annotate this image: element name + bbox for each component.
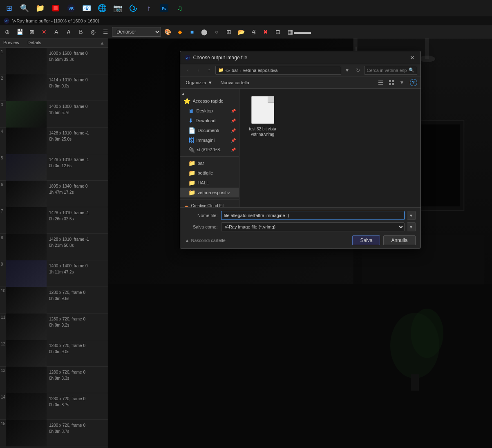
dialog-footer: Nome file: ▼ Salva come: V-Ray image fil… xyxy=(180,207,420,249)
sidebar-item-vetrina[interactable]: 📁 vetrina espositiv xyxy=(180,188,239,197)
toolbar-stamp-icon[interactable]: 🖨 xyxy=(248,26,259,38)
dialog-close-button[interactable]: ✕ xyxy=(408,54,416,62)
toolbar-circle-light[interactable]: ○ xyxy=(211,26,222,38)
render-item[interactable]: 1 1600 x 1600, frame 0 0h 59m 39.3s xyxy=(0,48,108,74)
sidebar-item-accesso-rapido[interactable]: ⭐ Accesso rapido xyxy=(180,96,239,106)
render-item[interactable]: 5 1428 x 1010, frame -1 0h 3m 12.6s xyxy=(0,154,108,181)
render-item[interactable]: 13 1280 x 720, frame 0 0h 0m 3.3s xyxy=(0,367,108,393)
filename-dropdown-button[interactable]: ▼ xyxy=(407,211,416,220)
cancel-button[interactable]: Annulla xyxy=(383,235,415,245)
view-dropdown-button[interactable]: ▼ xyxy=(398,78,407,87)
file-explorer-icon[interactable]: 📁 xyxy=(33,1,47,16)
save-button[interactable]: Salva xyxy=(352,235,380,245)
immagini-icon: 🖼 xyxy=(188,137,194,143)
hide-folders-button[interactable]: ▲ Nascondi cartelle xyxy=(185,238,226,243)
toolbar-close-icon[interactable]: ✖ xyxy=(260,26,271,38)
download-folder-icon: ⬇ xyxy=(188,117,193,124)
toolbar-icon-3[interactable]: ⊠ xyxy=(26,26,38,38)
render-info: 1428 x 1010, frame -1 0h 21m 50.8s xyxy=(47,234,92,260)
render-item[interactable]: 4 1428 x 1010, frame -1 0h 0m 25.0s xyxy=(0,128,108,154)
toolbar-bar-icon[interactable]: ▬▬▬ xyxy=(297,26,308,38)
nuova-cartella-button[interactable]: Nuova cartella xyxy=(218,79,252,86)
render-item[interactable]: 11 1280 x 720, frame 0 0h 0m 9.2s xyxy=(0,314,108,340)
toolbar-export-icon[interactable]: ⊞ xyxy=(223,26,235,38)
toolbar-icon-5[interactable]: A xyxy=(51,26,62,38)
help-button[interactable]: ? xyxy=(410,79,417,86)
nav-back-button[interactable]: ‹ xyxy=(183,66,192,75)
render-item[interactable]: 10 1280 x 720, frame 0 0h 0m 9.6s xyxy=(0,287,108,314)
file-item-vrimg[interactable]: test 32 bit vista vetrina.vrimg xyxy=(244,94,281,139)
render-number: 6 xyxy=(0,181,6,207)
render-info: 1280 x 720, frame 0 0h 0m 9.2s xyxy=(47,314,88,340)
sidebar-item-immagini[interactable]: 🖼 Immagini 📌 xyxy=(180,135,239,145)
arrow-up-icon[interactable]: ↑ xyxy=(141,1,156,16)
render-item[interactable]: 9 1400 x 1400, frame 0 1h 11m 47.2s xyxy=(0,260,108,287)
toolbar-folder-icon[interactable]: 📂 xyxy=(235,26,247,38)
denoiser-select[interactable]: Denoiser xyxy=(112,27,161,37)
red-stack-icon[interactable] xyxy=(48,1,63,16)
nav-up-button[interactable]: ↑ xyxy=(205,66,214,75)
photoshop-icon[interactable]: Ps xyxy=(157,1,172,16)
render-item[interactable]: 8 1428 x 1010, frame -1 0h 21m 50.8s xyxy=(0,234,108,260)
render-thumb xyxy=(6,48,47,74)
toolbar-icon-2[interactable]: 💾 xyxy=(14,26,25,38)
sidebar-item-download[interactable]: ⬇ Download 📌 xyxy=(180,116,239,125)
render-item[interactable]: 3 1400 x 1000, frame 0 1h 5m 5.7s xyxy=(0,101,108,128)
toolbar-color-icon[interactable]: 🎨 xyxy=(162,26,173,38)
render-item[interactable]: 2 1414 x 1010, frame 0 0h 0m 0.0s xyxy=(0,74,108,101)
search-input[interactable] xyxy=(367,68,407,73)
view-icons-button[interactable] xyxy=(387,78,396,87)
sidebar-section-arrow[interactable]: ▲ xyxy=(180,91,187,96)
svg-text:VR: VR xyxy=(4,20,9,22)
breadcrumb-sep: › xyxy=(240,68,242,73)
toolbar-icon-8[interactable]: ◎ xyxy=(87,26,99,38)
sidebar-item-hall[interactable]: 📁 HALL xyxy=(180,178,239,188)
filetype-dropdown-button[interactable]: ▼ xyxy=(407,222,416,231)
render-item[interactable]: 15 1280 x 720, frame 0 0h 0m 8.7s xyxy=(0,420,108,446)
panel-collapse[interactable]: ▲ xyxy=(100,40,105,46)
toolbar-icon-menu[interactable]: ☰ xyxy=(100,26,111,38)
sidebar-item-desktop[interactable]: 🖥 Desktop 📌 xyxy=(180,106,239,116)
view-list-button[interactable] xyxy=(376,78,385,87)
toolbar-icon-6[interactable]: A xyxy=(63,26,74,38)
render-item[interactable]: 12 1280 x 720, frame 0 0h 0m 9.0s xyxy=(0,340,108,367)
toolbar-grid-icon[interactable]: ⊟ xyxy=(272,26,284,38)
toolbar-icon-1[interactable]: ⊕ xyxy=(2,26,13,38)
toolbar-orange-icon[interactable]: ◆ xyxy=(174,26,186,38)
toolbar-circle-dark[interactable]: ⬤ xyxy=(199,26,210,38)
organizza-button[interactable]: Organizza ▼ xyxy=(183,79,215,86)
search-icon[interactable]: 🔍 xyxy=(17,1,32,16)
vetrina-label: vetrina espositiv xyxy=(198,190,230,195)
spotify-icon[interactable]: ♫ xyxy=(172,1,187,16)
chrome-icon[interactable]: 🌐 xyxy=(95,1,110,16)
toolbar-icon-4[interactable]: ✕ xyxy=(38,26,50,38)
sidebar-item-bar[interactable]: 📁 bar xyxy=(180,158,239,168)
nav-dropdown-button[interactable]: ▼ xyxy=(343,66,352,75)
render-item[interactable]: 7 1428 x 1010, frame -1 0h 26m 32.5s xyxy=(0,207,108,234)
vetrina-folder-icon: 📁 xyxy=(188,189,195,196)
outlook-icon[interactable]: 📧 xyxy=(79,1,94,16)
render-item[interactable]: 14 1280 x 720, frame 0 0h 0m 8.7s xyxy=(0,393,108,420)
immagini-pin: 📌 xyxy=(231,138,236,143)
nav-refresh-button[interactable]: ↻ xyxy=(353,66,362,75)
render-item[interactable]: 6 1895 x 1340, frame 0 1h 47m 17.2s xyxy=(0,181,108,207)
edge-icon[interactable] xyxy=(126,1,141,16)
toolbar-icon-7[interactable]: B xyxy=(75,26,87,38)
dialog-title-area: VR Choose output image file xyxy=(184,54,248,61)
panel-header-preview[interactable]: Preview xyxy=(3,40,19,46)
panel-header-details[interactable]: Details xyxy=(27,40,41,46)
filename-input[interactable] xyxy=(221,211,405,220)
sidebar-item-creative-cloud[interactable]: ☁ Creative Cloud Fil xyxy=(180,201,239,207)
toolbar-blue-icon[interactable]: ■ xyxy=(186,26,198,38)
sidebar-item-documenti[interactable]: 📄 Documenti 📌 xyxy=(180,125,239,135)
breadcrumb-part2: vetrina espositiva xyxy=(243,68,277,73)
windows-icon[interactable]: ⊞ xyxy=(2,1,16,16)
render-number: 13 xyxy=(0,367,6,393)
sidebar-item-network[interactable]: 🔌 st (\\192.168. 📌 xyxy=(180,145,239,155)
nav-forward-button[interactable]: › xyxy=(194,66,203,75)
render-size: 1280 x 720, frame 0 xyxy=(49,369,85,375)
capture-icon[interactable]: 📷 xyxy=(110,1,125,16)
sidebar-item-bottiglie[interactable]: 📁 bottiglie xyxy=(180,168,239,178)
vray-icon[interactable]: VR xyxy=(64,1,78,16)
filetype-select[interactable]: V-Ray image file (*.vrimg) PNG (*.png) J… xyxy=(221,222,405,231)
